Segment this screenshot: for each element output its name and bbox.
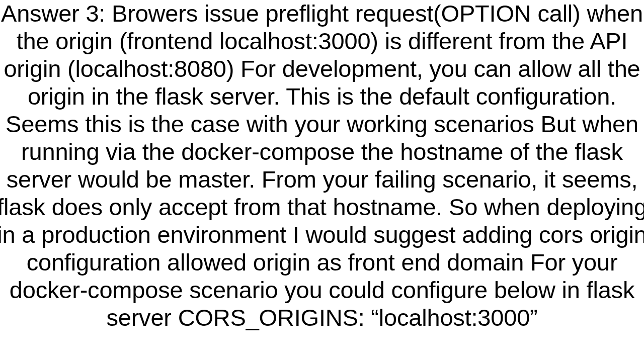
answer-block: Answer 3: Browers issue preflight reques… bbox=[0, 0, 644, 332]
answer-label: Answer 3: bbox=[1, 0, 105, 27]
answer-body: Browers issue preflight request(OPTION c… bbox=[0, 0, 644, 331]
